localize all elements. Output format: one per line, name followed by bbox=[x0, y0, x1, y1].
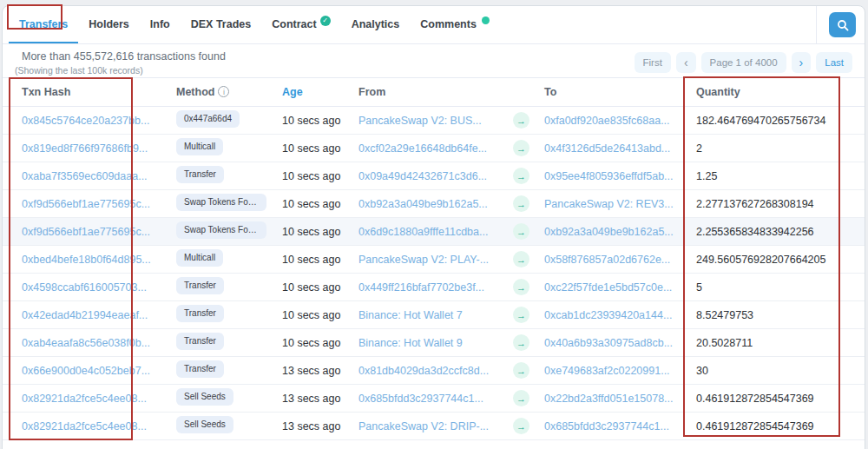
table-row: 0xbed4befe18b0f64d895... Multicall 10 se… bbox=[3, 246, 865, 274]
header-to: To bbox=[536, 78, 685, 107]
transfer-direction-icon: → bbox=[513, 223, 529, 240]
toolbar: More than 455,572,616 transactions found… bbox=[3, 44, 865, 77]
txn-hash-link[interactable]: 0x82921da2fce5c4ee08... bbox=[22, 420, 147, 432]
txn-hash-link[interactable]: 0x42edad4b21994eaeaf... bbox=[22, 309, 148, 321]
tab-dex-trades[interactable]: DEX Trades bbox=[181, 6, 261, 43]
to-address-link[interactable]: 0x58f876857a02d6762e... bbox=[544, 254, 670, 266]
transfer-direction-icon: → bbox=[513, 362, 529, 379]
table-row: 0xab4eaafa8c56e038f0b... Transfer 10 sec… bbox=[3, 329, 865, 357]
txn-hash-link[interactable]: 0xaba7f3569ec609daaa... bbox=[22, 170, 148, 182]
tab-holders[interactable]: Holders bbox=[78, 6, 140, 43]
prev-page-button[interactable]: ‹ bbox=[676, 52, 696, 73]
from-address-link[interactable]: PancakeSwap V2: DRIP-... bbox=[358, 420, 489, 432]
from-address-link[interactable]: 0x81db4029da3d2ccfc8d... bbox=[358, 365, 489, 377]
age-value: 10 secs ago bbox=[273, 135, 350, 162]
from-address-link[interactable]: Binance: Hot Wallet 9 bbox=[358, 337, 463, 349]
txn-hash-link[interactable]: 0x82921da2fce5c4ee08... bbox=[22, 393, 147, 405]
method-badge: Swap Tokens For ... bbox=[176, 221, 266, 239]
tab-transfers[interactable]: Transfers bbox=[9, 6, 78, 43]
age-value: 10 secs ago bbox=[273, 218, 350, 246]
info-icon[interactable]: i bbox=[218, 86, 229, 97]
from-address-link[interactable]: Binance: Hot Wallet 7 bbox=[358, 309, 463, 321]
txn-hash-link[interactable]: 0xf9d566ebf1ae775695c... bbox=[22, 226, 150, 238]
transfer-direction-icon: → bbox=[513, 195, 529, 212]
method-badge: Multicall bbox=[176, 138, 223, 155]
results-summary: More than 455,572,616 transactions found… bbox=[15, 50, 226, 76]
transfer-direction-icon: → bbox=[513, 307, 529, 323]
quantity-value: 2.277137627268308194 bbox=[685, 190, 865, 218]
from-address-link[interactable]: 0x685bfdd3c2937744c1... bbox=[358, 393, 483, 405]
method-badge: 0x447a66d4 bbox=[176, 110, 240, 128]
search-icon bbox=[837, 19, 849, 31]
quantity-value: 2 bbox=[685, 135, 865, 162]
quantity-value: 1.25 bbox=[685, 162, 865, 190]
age-value: 13 secs ago bbox=[273, 385, 350, 413]
method-badge: Transfer bbox=[176, 305, 224, 322]
txn-hash-link[interactable]: 0x4598ccabf616005703... bbox=[22, 281, 147, 294]
to-address-link[interactable]: 0x685bfdd3c2937744c1... bbox=[544, 420, 669, 432]
txn-hash-link[interactable]: 0xab4eaafa8c56e038f0b... bbox=[22, 337, 150, 349]
tabs-spacer bbox=[500, 6, 816, 43]
age-sort-link[interactable]: Age bbox=[282, 86, 303, 98]
table-row: 0xf9d566ebf1ae775695c... Swap Tokens For… bbox=[3, 190, 865, 218]
to-address-link[interactable]: PancakeSwap V2: REV3... bbox=[544, 198, 674, 210]
method-badge: Swap Tokens For ... bbox=[176, 194, 266, 211]
to-address-link[interactable]: 0xe749683af2c0220991... bbox=[544, 365, 670, 377]
from-address-link[interactable]: 0x449ff216bfaf7702be3f... bbox=[358, 281, 484, 294]
first-page-button[interactable]: First bbox=[635, 52, 671, 73]
table-row: 0x66e900d0e4c052beb7... Transfer 13 secs… bbox=[3, 357, 865, 385]
transfer-direction-icon: → bbox=[513, 140, 529, 156]
main-card: Transfers Holders Info DEX Trades Contra… bbox=[2, 5, 865, 449]
from-address-link[interactable]: PancakeSwap V2: BUS... bbox=[358, 115, 482, 127]
from-address-link[interactable]: 0x6d9c1880a9fffe11cdba... bbox=[358, 226, 488, 238]
to-address-link[interactable]: 0xfa0df920ae835fc68aa... bbox=[544, 115, 670, 127]
from-address-link[interactable]: PancakeSwap V2: PLAY-... bbox=[358, 254, 489, 266]
table-row: 0xf9d566ebf1ae775695c... Swap Tokens For… bbox=[3, 218, 865, 246]
tab-analytics[interactable]: Analytics bbox=[341, 6, 411, 43]
quantity-value: 5 bbox=[685, 274, 865, 301]
tab-contract[interactable]: Contract ✓ bbox=[261, 6, 340, 43]
to-address-link[interactable]: 0x4f3126d5de26413abd... bbox=[544, 142, 670, 155]
tab-comments[interactable]: Comments bbox=[410, 6, 500, 43]
age-value: 10 secs ago bbox=[273, 274, 350, 301]
to-address-link[interactable]: 0xcab1dc23939420a144... bbox=[544, 309, 672, 321]
tab-info[interactable]: Info bbox=[140, 6, 181, 43]
method-badge: Sell Seeds bbox=[176, 388, 233, 406]
txn-hash-link[interactable]: 0xf9d566ebf1ae775695c... bbox=[22, 198, 150, 210]
txn-hash-link[interactable]: 0x845c5764ce20a237bb... bbox=[22, 115, 149, 127]
from-address-link[interactable]: 0xcf02a29e16648db64fe... bbox=[358, 142, 487, 155]
method-badge: Transfer bbox=[176, 166, 224, 183]
transfer-direction-icon: → bbox=[513, 112, 529, 129]
age-value: 10 secs ago bbox=[273, 190, 350, 218]
table-row: 0xaba7f3569ec609daaa... Transfer 10 secs… bbox=[3, 162, 865, 190]
to-address-link[interactable]: 0xb92a3a049be9b162a5... bbox=[544, 226, 674, 238]
quantity-value: 2.255365834833942256 bbox=[685, 218, 865, 246]
next-page-button[interactable]: › bbox=[792, 52, 812, 73]
last-page-button[interactable]: Last bbox=[816, 52, 852, 73]
txn-hash-link[interactable]: 0xbed4befe18b0f64d895... bbox=[22, 254, 151, 266]
quantity-value: 0.461912872854547369 bbox=[685, 413, 865, 440]
txn-hash-link[interactable]: 0x819ed8f766f97686fb9... bbox=[22, 142, 148, 155]
tab-bar: Transfers Holders Info DEX Trades Contra… bbox=[3, 6, 865, 44]
to-address-link[interactable]: 0x40a6b93a30975ad8cb... bbox=[544, 337, 673, 349]
table-row: 0x845c5764ce20a237bb... 0x447a66d4 10 se… bbox=[3, 107, 865, 135]
to-address-link[interactable]: 0x22bd2a3ffd051e15078... bbox=[544, 393, 674, 405]
from-address-link[interactable]: 0x09a49d42432671c3d6... bbox=[358, 170, 487, 182]
quantity-value: 182.464769470265756734 bbox=[685, 107, 865, 135]
table-row: 0x42edad4b21994eaeaf... Transfer 10 secs… bbox=[3, 301, 865, 329]
search-button[interactable] bbox=[829, 12, 856, 37]
table-body: 0x845c5764ce20a237bb... 0x447a66d4 10 se… bbox=[3, 107, 865, 440]
to-address-link[interactable]: 0x95ee4f805936effdf5ab... bbox=[544, 170, 674, 182]
results-note-text: (Showing the last 100k records) bbox=[15, 65, 226, 76]
to-address-link[interactable]: 0xc22f57fde1e5bd57c0e... bbox=[544, 281, 672, 294]
txn-hash-link[interactable]: 0x66e900d0e4c052beb7... bbox=[22, 365, 150, 377]
results-count-text: More than 455,572,616 transactions found bbox=[15, 50, 226, 63]
age-value: 13 secs ago bbox=[273, 357, 350, 385]
method-badge: Transfer bbox=[176, 333, 224, 350]
transfers-table: Txn Hash Methodi Age From To Quantity 0x… bbox=[3, 77, 865, 440]
age-value: 13 secs ago bbox=[273, 413, 350, 440]
quantity-value: 8.52479753 bbox=[685, 301, 865, 329]
from-address-link[interactable]: 0xb92a3a049be9b162a5... bbox=[358, 198, 488, 210]
pagination: First ‹ Page 1 of 4000 › Last bbox=[635, 52, 852, 73]
age-value: 10 secs ago bbox=[273, 301, 350, 329]
